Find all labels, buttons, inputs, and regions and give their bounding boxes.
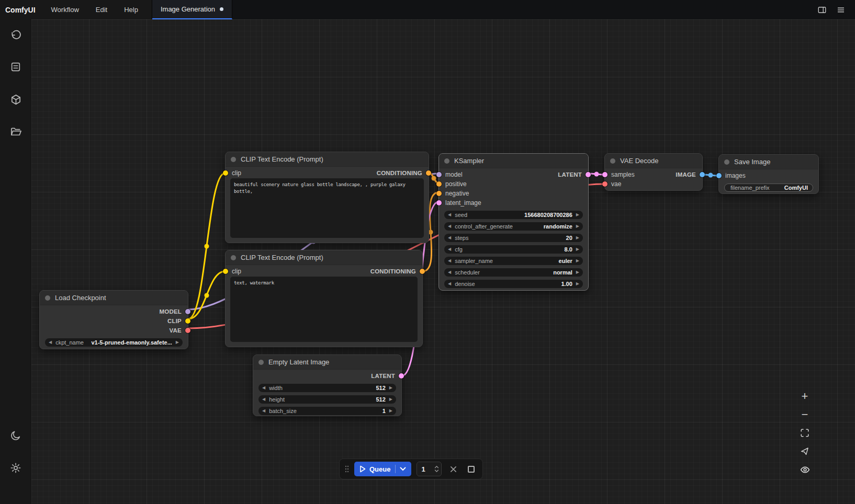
sidebar-item-model-library[interactable] xyxy=(4,88,27,111)
widget-denoise[interactable]: ◀ denoise 1.00 ▶ xyxy=(444,280,583,288)
menu-workflow[interactable]: Workflow xyxy=(43,0,87,19)
input-port-vae[interactable] xyxy=(602,181,608,187)
widget-seed[interactable]: ◀ seed 156680208700286 ▶ xyxy=(444,211,583,219)
widget-filename-prefix[interactable]: filename_prefix ComfyUI xyxy=(724,184,813,192)
collapse-dot[interactable] xyxy=(724,159,729,165)
input-port-clip[interactable] xyxy=(223,170,228,176)
widget-ckpt-name[interactable]: ◀ ckpt_name v1-5-pruned-emaonly.safete..… xyxy=(45,338,183,347)
select-mode-button[interactable] xyxy=(795,442,814,460)
output-port-latent[interactable] xyxy=(399,373,404,379)
comfyui-logo[interactable]: ComfyUI xyxy=(0,0,43,19)
stepper-up-icon[interactable] xyxy=(434,466,439,468)
input-port-samples[interactable] xyxy=(602,172,608,177)
decrement-icon[interactable]: ◀ xyxy=(448,270,451,274)
fit-view-button[interactable] xyxy=(795,424,814,442)
input-port-images[interactable] xyxy=(716,173,722,178)
positive-prompt-textarea[interactable]: beautiful scenery nature glass bottle la… xyxy=(230,178,424,238)
input-port-latent-image[interactable] xyxy=(436,200,442,205)
node-clip-text-encode-negative[interactable]: CLIP Text Encode (Prompt) clip CONDITION… xyxy=(225,250,423,347)
increment-icon[interactable]: ▶ xyxy=(389,397,392,402)
widget-sampler-name[interactable]: ◀ sampler_name euler ▶ xyxy=(444,257,583,265)
stop-button[interactable] xyxy=(465,462,477,476)
input-port-positive[interactable] xyxy=(436,181,442,187)
output-port-latent[interactable] xyxy=(586,172,591,177)
node-header[interactable]: CLIP Text Encode (Prompt) xyxy=(226,152,429,167)
decrement-icon[interactable]: ◀ xyxy=(448,259,451,263)
node-header[interactable]: Empty Latent Image xyxy=(253,355,401,370)
main-menu-button[interactable] xyxy=(833,2,849,18)
sidebar-item-workflows[interactable] xyxy=(4,120,27,143)
increment-icon[interactable]: ▶ xyxy=(389,386,392,390)
node-graph-canvas[interactable]: Load Checkpoint MODEL CLIP VAE ◀ ckpt_na… xyxy=(31,19,855,504)
decrement-icon[interactable]: ◀ xyxy=(448,282,451,286)
increment-icon[interactable]: ▶ xyxy=(576,270,579,274)
next-value-icon[interactable]: ▶ xyxy=(176,340,179,345)
widget-width[interactable]: ◀ width 512 ▶ xyxy=(258,384,396,392)
increment-icon[interactable]: ▶ xyxy=(576,247,579,251)
drag-handle-icon[interactable] xyxy=(345,465,349,473)
collapse-dot[interactable] xyxy=(444,158,449,164)
output-port-conditioning[interactable] xyxy=(426,170,431,176)
collapse-dot[interactable] xyxy=(610,158,615,164)
zoom-out-button[interactable]: − xyxy=(795,406,814,423)
collapse-dot[interactable] xyxy=(231,157,236,162)
sidebar-item-theme-toggle[interactable] xyxy=(4,424,27,447)
batch-count-stepper[interactable]: 1 xyxy=(417,462,442,476)
output-port-vae[interactable] xyxy=(185,328,190,333)
sidebar-item-settings[interactable] xyxy=(4,456,27,479)
decrement-icon[interactable]: ◀ xyxy=(262,397,265,402)
node-clip-text-encode-positive[interactable]: CLIP Text Encode (Prompt) clip CONDITION… xyxy=(225,152,429,243)
node-ksampler[interactable]: KSampler model LATENT positive negative … xyxy=(438,153,589,291)
decrement-icon[interactable]: ◀ xyxy=(448,213,451,217)
collapse-dot[interactable] xyxy=(258,360,264,365)
decrement-icon[interactable]: ◀ xyxy=(262,409,265,413)
decrement-icon[interactable]: ◀ xyxy=(448,224,451,228)
clear-queue-button[interactable] xyxy=(447,462,459,476)
sidebar-item-queue[interactable] xyxy=(4,55,27,78)
increment-icon[interactable]: ▶ xyxy=(576,224,579,228)
input-port-clip[interactable] xyxy=(223,269,228,274)
input-port-negative[interactable] xyxy=(436,191,442,196)
decrement-icon[interactable]: ◀ xyxy=(448,236,451,240)
tab-image-generation[interactable]: Image Generation xyxy=(152,0,232,19)
widget-control-after-generate[interactable]: ◀ control_after_generate randomize ▶ xyxy=(444,222,583,231)
increment-icon[interactable]: ▶ xyxy=(389,409,392,413)
increment-icon[interactable]: ▶ xyxy=(576,236,579,240)
collapse-dot[interactable] xyxy=(45,295,50,301)
node-load-checkpoint[interactable]: Load Checkpoint MODEL CLIP VAE ◀ ckpt_na… xyxy=(39,290,188,349)
negative-prompt-textarea[interactable]: text, watermark xyxy=(230,277,418,342)
node-vae-decode[interactable]: VAE Decode samples IMAGE vae xyxy=(604,153,703,191)
node-header[interactable]: Load Checkpoint xyxy=(40,291,188,305)
stepper-down-icon[interactable] xyxy=(434,469,439,472)
node-header[interactable]: Save Image xyxy=(719,155,818,169)
widget-cfg[interactable]: ◀ cfg 8.0 ▶ xyxy=(444,245,583,254)
increment-icon[interactable]: ▶ xyxy=(576,213,579,217)
widget-batch-size[interactable]: ◀ batch_size 1 ▶ xyxy=(258,407,396,415)
output-port-clip[interactable] xyxy=(185,318,190,324)
menu-help[interactable]: Help xyxy=(116,0,147,19)
widget-steps[interactable]: ◀ steps 20 ▶ xyxy=(444,234,583,242)
widget-height[interactable]: ◀ height 512 ▶ xyxy=(258,395,396,404)
node-empty-latent-image[interactable]: Empty Latent Image LATENT ◀ width 512 ▶ … xyxy=(253,354,402,416)
collapse-dot[interactable] xyxy=(231,255,236,260)
node-header[interactable]: KSampler xyxy=(439,154,588,168)
output-port-model[interactable] xyxy=(185,309,190,314)
output-port-conditioning[interactable] xyxy=(420,269,425,274)
node-header[interactable]: CLIP Text Encode (Prompt) xyxy=(226,250,422,265)
sidebar-item-workflow-history[interactable] xyxy=(4,24,27,47)
zoom-in-button[interactable]: + xyxy=(795,387,814,405)
output-port-image[interactable] xyxy=(700,172,705,177)
toggle-link-visibility-button[interactable] xyxy=(795,461,814,478)
decrement-icon[interactable]: ◀ xyxy=(448,247,451,251)
node-save-image[interactable]: Save Image images filename_prefix ComfyU… xyxy=(718,154,819,194)
increment-icon[interactable]: ▶ xyxy=(576,259,579,263)
menu-edit[interactable]: Edit xyxy=(87,0,116,19)
queue-button[interactable]: Queue xyxy=(354,462,411,476)
widget-scheduler[interactable]: ◀ scheduler normal ▶ xyxy=(444,268,583,277)
node-header[interactable]: VAE Decode xyxy=(605,154,702,168)
prev-value-icon[interactable]: ◀ xyxy=(49,340,52,345)
toggle-panel-button[interactable] xyxy=(814,2,830,18)
increment-icon[interactable]: ▶ xyxy=(576,282,579,286)
input-port-model[interactable] xyxy=(436,172,442,177)
decrement-icon[interactable]: ◀ xyxy=(262,386,265,390)
